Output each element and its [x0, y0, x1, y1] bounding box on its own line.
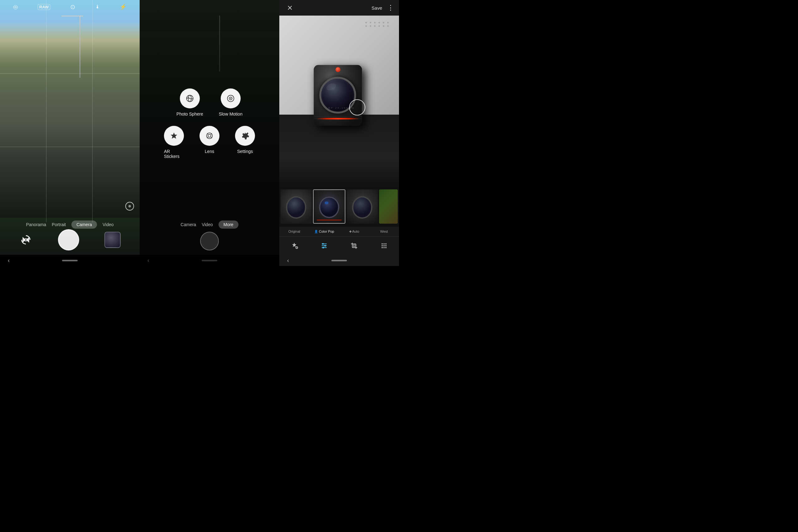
action-toolbar [279, 236, 399, 255]
tab-video-middle[interactable]: Video [202, 222, 213, 227]
shutter-button-middle[interactable] [200, 232, 219, 250]
adjustments-button[interactable] [317, 239, 331, 253]
temp-icon[interactable]: 🌡 [95, 4, 100, 10]
tab-more-middle[interactable]: More [218, 221, 238, 229]
svg-point-22 [385, 247, 386, 248]
lens-icon [200, 126, 219, 146]
grid-vertical-1 [46, 0, 47, 222]
more-tools-button[interactable] [377, 239, 391, 253]
bottom-controls-left [0, 229, 140, 250]
filter-labels: Original 👤 Color Pop ✚ Auto West [279, 227, 399, 236]
lens-image-container: EF 24-105mm [279, 16, 399, 186]
lens-label: Lens [205, 149, 214, 154]
back-button-right[interactable]: ‹ [287, 257, 289, 264]
timer-icon[interactable]: ⊙ [70, 3, 75, 11]
thumbnails-strip [279, 186, 399, 227]
svg-point-17 [382, 245, 383, 246]
photo-sphere-icon [180, 89, 200, 108]
svg-point-10 [322, 243, 324, 245]
tab-camera-left[interactable]: Camera [71, 221, 97, 229]
filter-label-original[interactable]: Original [279, 230, 309, 233]
lens-red-ring-3d [316, 118, 359, 120]
top-bar-right: Save ⋮ [279, 0, 399, 16]
lens-3d [313, 65, 367, 131]
slow-motion-icon [221, 89, 241, 108]
more-menu-row-1: Photo Sphere Slow Motion [164, 89, 255, 116]
cityscape-left [0, 25, 140, 218]
save-button[interactable]: Save [371, 5, 382, 11]
thumbnail-auto[interactable] [347, 189, 378, 224]
crane-arm-left [61, 16, 83, 17]
bottom-controls-middle [140, 232, 279, 250]
nav-bar-right: ‹ [279, 255, 399, 266]
flip-camera-button[interactable] [19, 233, 33, 247]
svg-point-20 [382, 247, 383, 248]
thumbnail-original[interactable] [280, 189, 312, 224]
thumbnail-west[interactable] [379, 189, 398, 224]
camera-panel-left: ◎ RAW ⊙ 🌡 ⚡ Panorama Portrait Camera Vid… [0, 0, 140, 266]
focus-dot [128, 205, 131, 207]
top-bar-actions: Save ⋮ [371, 4, 394, 12]
mode-tabs-left: Panorama Portrait Camera Video [0, 221, 140, 229]
thumbnail-preview-left[interactable] [105, 232, 121, 248]
more-menu-row-2: AR Stickers Lens [164, 126, 255, 159]
svg-point-18 [383, 245, 385, 246]
back-button-left[interactable]: ‹ [8, 257, 10, 264]
tab-camera-middle[interactable]: Camera [181, 222, 196, 227]
nav-pill-right [331, 260, 347, 261]
nav-bar-left: ‹ [0, 255, 140, 266]
nav-pill-left [62, 260, 78, 261]
svg-point-12 [323, 247, 324, 248]
raw-icon[interactable]: RAW [38, 4, 50, 10]
lens-red-dot-3d [335, 67, 340, 72]
crop-button[interactable] [347, 239, 361, 253]
grid-vertical-2 [92, 0, 93, 222]
filter-label-west[interactable]: West [369, 230, 399, 233]
menu-item-ar-stickers[interactable]: AR Stickers [164, 126, 184, 159]
close-button[interactable] [284, 2, 295, 13]
auto-text: Auto [352, 230, 359, 233]
svg-point-7 [208, 134, 211, 137]
shutter-button-left[interactable] [58, 229, 79, 250]
mode-tabs-middle: Camera Video More [140, 221, 279, 229]
color-pop-text: Color Pop [319, 230, 334, 233]
camera-panel-middle: Photo Sphere Slow Motion [140, 0, 279, 266]
svg-point-14 [382, 243, 383, 245]
lens-body-3d [313, 65, 362, 126]
more-menu: Photo Sphere Slow Motion [164, 89, 255, 159]
menu-item-slow-motion[interactable]: Slow Motion [219, 89, 242, 116]
ar-stickers-label: AR Stickers [164, 149, 184, 159]
tab-portrait-left[interactable]: Portrait [52, 222, 66, 227]
svg-point-16 [385, 243, 386, 245]
crane-left [79, 16, 80, 78]
thumbnail-color-pop[interactable] [313, 189, 345, 224]
slow-motion-label: Slow Motion [219, 112, 242, 116]
photo-sphere-label: Photo Sphere [177, 112, 203, 116]
menu-item-lens[interactable]: Lens [200, 126, 219, 159]
filter-label-color-pop[interactable]: 👤 Color Pop [309, 230, 339, 233]
ar-stickers-icon [164, 126, 184, 146]
flash-off-icon[interactable]: ⚡ [120, 3, 127, 10]
focus-reticle-left [125, 202, 134, 211]
more-options-button[interactable]: ⋮ [387, 4, 394, 12]
filter-label-auto[interactable]: ✚ Auto [339, 230, 369, 233]
color-pop-person-icon: 👤 [314, 230, 318, 233]
menu-item-photo-sphere[interactable]: Photo Sphere [177, 89, 203, 116]
lens-text: EF 24-105mm [329, 107, 355, 109]
lens-reflection [325, 82, 337, 92]
menu-item-settings[interactable]: Settings [235, 126, 255, 159]
settings-icon [235, 126, 255, 146]
auto-plus-icon: ✚ [349, 230, 351, 233]
add-edit-button[interactable] [287, 239, 301, 253]
tab-video-left[interactable]: Video [103, 222, 114, 227]
photo-editor-panel: Save ⋮ [279, 0, 399, 266]
svg-point-21 [383, 247, 385, 248]
svg-point-15 [383, 243, 385, 245]
tab-panorama-left[interactable]: Panorama [26, 222, 46, 227]
top-bar-left: ◎ RAW ⊙ 🌡 ⚡ [0, 0, 140, 14]
main-image-area: EF 24-105mm [279, 16, 399, 186]
settings-label: Settings [237, 149, 253, 154]
wall-pattern [365, 22, 389, 27]
timer-off-icon[interactable]: ◎ [13, 3, 18, 10]
svg-point-19 [385, 245, 386, 246]
